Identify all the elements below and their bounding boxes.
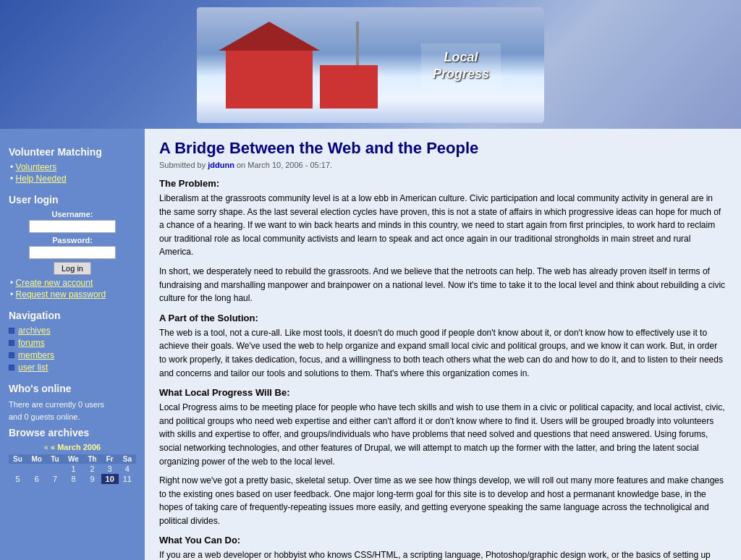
help-needed-link[interactable]: Help Needed <box>16 174 67 184</box>
help-needed-link-item[interactable]: Help Needed <box>10 174 136 184</box>
nav-members[interactable]: members <box>9 350 136 360</box>
calendar: Su Mo Tu We Th Fr Sa 1 2 3 4 <box>9 454 136 484</box>
article-meta: Submitted by jddunn on March 10, 2006 - … <box>159 161 727 169</box>
header-banner: Local Progress <box>197 7 544 123</box>
sidebar: Volunteer Matching Volunteers Help Neede… <box>0 129 145 560</box>
main-content: A Bridge Between the Web and the People … <box>145 129 741 560</box>
calendar-row-1: 1 2 3 4 <box>9 464 136 474</box>
calendar-month: « March 2006 <box>51 443 101 451</box>
cal-cell <box>9 464 27 474</box>
nav-bullet-icon <box>9 352 14 358</box>
article-title: A Bridge Between the Web and the People <box>159 139 727 158</box>
barn-roof-decoration <box>219 22 320 51</box>
meta-author-link[interactable]: jddunn <box>208 161 234 169</box>
cal-cell[interactable]: 2 <box>83 464 101 474</box>
section-heading-0: The Problem: <box>159 178 727 189</box>
online-status: There are currently 0 usersand 0 guests … <box>9 399 136 423</box>
cal-th-tu: Tu <box>46 454 63 464</box>
meta-submitted: Submitted by <box>159 161 206 169</box>
section-body-4: Right now we've got a pretty basic, skel… <box>159 474 727 527</box>
cal-cell[interactable]: 5 <box>9 474 27 484</box>
cal-cell[interactable]: 3 <box>101 464 119 474</box>
article-body: The Problem: Liberalism at the grassroot… <box>159 178 727 560</box>
windmill-decoration <box>356 22 359 65</box>
request-password-link[interactable]: Request new password <box>16 289 106 300</box>
section-body-1: In short, we desperately need to rebuild… <box>159 265 727 305</box>
cal-cell-today[interactable]: 10 <box>101 474 119 484</box>
cal-th-fr: Fr <box>101 454 119 464</box>
create-account-item[interactable]: Create new account <box>10 278 136 288</box>
volunteers-link[interactable]: Volunteers <box>16 162 57 172</box>
user-login-heading: User login <box>9 194 136 205</box>
login-form: Username: Password: Log in <box>9 210 136 275</box>
cal-cell[interactable]: 4 <box>119 464 136 474</box>
section-heading-5: What You Can Do: <box>159 535 727 546</box>
cal-cell[interactable]: 8 <box>63 474 83 484</box>
nav-user-list-link[interactable]: user list <box>18 362 48 373</box>
barn-decoration <box>226 51 313 109</box>
nav-archives-link[interactable]: archives <box>18 326 51 336</box>
cal-cell[interactable]: 7 <box>46 474 63 484</box>
browse-archives-heading: Browse archives <box>9 427 136 438</box>
username-input[interactable] <box>29 220 116 233</box>
nav-forums[interactable]: forums <box>9 338 136 348</box>
page-wrapper: Volunteer Matching Volunteers Help Neede… <box>0 129 741 560</box>
section-body-3: Local Progress aims to be meeting place … <box>159 401 727 468</box>
nav-forums-link[interactable]: forums <box>18 338 45 348</box>
volunteer-matching-heading: Volunteer Matching <box>9 146 136 158</box>
nav-members-link[interactable]: members <box>18 350 54 360</box>
nav-bullet-icon <box>9 328 14 334</box>
calendar-nav[interactable]: « « March 2006 <box>9 443 136 451</box>
barn2-decoration <box>320 65 378 109</box>
section-heading-2: A Part of the Solution: <box>159 313 727 323</box>
nav-bullet-icon <box>9 340 14 346</box>
request-password-item[interactable]: Request new password <box>10 289 136 300</box>
nav-bullet-icon <box>9 365 14 370</box>
section-body-2: The web is a tool, not a cure-all. Like … <box>159 326 727 380</box>
username-label: Username: <box>9 210 136 219</box>
site-title-box: Local Progress <box>421 43 501 89</box>
cal-cell <box>27 464 46 474</box>
login-button[interactable]: Log in <box>54 262 91 275</box>
cal-cell[interactable]: 11 <box>119 474 136 484</box>
volunteers-link-item[interactable]: Volunteers <box>10 162 136 172</box>
cal-th-su: Su <box>9 454 27 464</box>
calendar-prev-icon[interactable]: « <box>44 443 48 451</box>
whos-online-heading: Who's online <box>9 383 136 394</box>
calendar-row-2: 5 6 7 8 9 10 11 <box>9 474 136 484</box>
nav-archives[interactable]: archives <box>9 326 136 336</box>
calendar-header-row: Su Mo Tu We Th Fr Sa <box>9 454 136 464</box>
password-label: Password: <box>9 236 136 245</box>
site-title: Local Progress <box>433 49 489 83</box>
section-body-5: If you are a web developer or hobbyist w… <box>159 548 727 560</box>
nav-user-list[interactable]: user list <box>9 362 136 373</box>
meta-date: on March 10, 2006 - 05:17. <box>237 161 332 169</box>
cal-cell[interactable]: 6 <box>27 474 46 484</box>
password-input[interactable] <box>29 246 116 259</box>
cal-th-mo: Mo <box>27 454 46 464</box>
cal-th-th: Th <box>83 454 101 464</box>
cal-cell[interactable]: 1 <box>63 464 83 474</box>
cal-cell <box>46 464 63 474</box>
cal-th-sa: Sa <box>119 454 136 464</box>
cal-cell[interactable]: 9 <box>83 474 101 484</box>
create-account-link[interactable]: Create new account <box>16 278 93 288</box>
section-heading-3: What Local Progress Will Be: <box>159 387 727 398</box>
site-header: Local Progress <box>0 0 741 129</box>
navigation-heading: Navigation <box>9 310 136 321</box>
section-body-0: Liberalism at the grassroots community l… <box>159 192 727 259</box>
cal-th-we: We <box>63 454 83 464</box>
